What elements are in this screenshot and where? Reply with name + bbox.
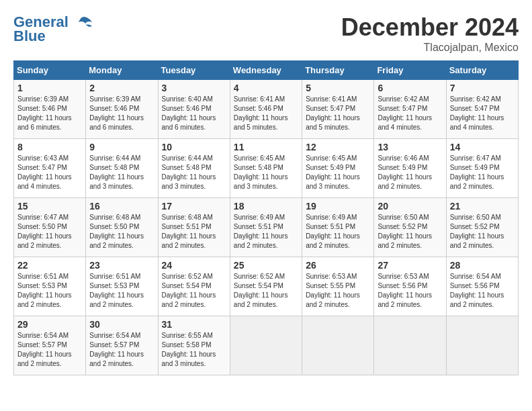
day-info: Sunrise: 6:42 AMSunset: 5:47 PMDaylight:… [450,95,515,132]
calendar-cell: 6 Sunrise: 6:42 AMSunset: 5:47 PMDayligh… [374,80,446,139]
day-number: 25 [234,260,298,271]
calendar-cell: 29 Sunrise: 6:54 AMSunset: 5:57 PMDaylig… [14,316,86,375]
day-number: 13 [378,142,442,152]
day-info: Sunrise: 6:54 AMSunset: 5:56 PMDaylight:… [450,272,515,310]
calendar-cell: 28 Sunrise: 6:54 AMSunset: 5:56 PMDaylig… [446,257,518,316]
location: Tlacojalpan, Mexico [341,42,519,54]
day-info: Sunrise: 6:45 AMSunset: 5:49 PMDaylight:… [306,154,370,191]
day-info: Sunrise: 6:44 AMSunset: 5:48 PMDaylight:… [89,154,154,191]
calendar-cell: 17 Sunrise: 6:48 AMSunset: 5:51 PMDaylig… [158,198,230,257]
calendar-table: SundayMondayTuesdayWednesdayThursdayFrid… [13,60,519,375]
day-number: 24 [162,260,226,271]
day-number: 3 [162,83,226,93]
calendar-week-row: 15 Sunrise: 6:47 AMSunset: 5:50 PMDaylig… [14,198,519,257]
logo: General Blue [13,13,93,45]
day-info: Sunrise: 6:51 AMSunset: 5:53 PMDaylight:… [89,272,154,310]
day-info: Sunrise: 6:41 AMSunset: 5:47 PMDaylight:… [306,95,370,132]
day-info: Sunrise: 6:53 AMSunset: 5:56 PMDaylight:… [378,272,442,310]
page-header: General Blue December 2024 Tlacojalpan, … [13,13,519,54]
calendar-cell: 18 Sunrise: 6:49 AMSunset: 5:51 PMDaylig… [230,198,302,257]
day-info: Sunrise: 6:43 AMSunset: 5:47 PMDaylight:… [17,154,82,191]
day-number: 22 [17,260,82,271]
calendar-cell: 13 Sunrise: 6:46 AMSunset: 5:49 PMDaylig… [374,139,446,198]
calendar-week-row: 29 Sunrise: 6:54 AMSunset: 5:57 PMDaylig… [14,316,519,375]
day-number: 9 [89,142,154,152]
day-number: 7 [450,83,515,93]
title-area: December 2024 Tlacojalpan, Mexico [341,13,519,54]
day-info: Sunrise: 6:41 AMSunset: 5:46 PMDaylight:… [234,95,298,132]
day-number: 12 [306,142,370,152]
calendar-cell: 27 Sunrise: 6:53 AMSunset: 5:56 PMDaylig… [374,257,446,316]
day-number: 20 [378,201,442,212]
day-number: 19 [306,201,370,212]
day-info: Sunrise: 6:48 AMSunset: 5:50 PMDaylight:… [89,213,154,250]
day-number: 23 [89,260,154,271]
weekday-header: Tuesday [158,61,230,80]
day-info: Sunrise: 6:45 AMSunset: 5:48 PMDaylight:… [234,154,298,191]
calendar-header-row: SundayMondayTuesdayWednesdayThursdayFrid… [14,61,519,80]
day-info: Sunrise: 6:44 AMSunset: 5:48 PMDaylight:… [162,154,226,191]
weekday-header: Monday [86,61,158,80]
day-number: 17 [162,201,226,212]
day-number: 5 [306,83,370,93]
day-number: 31 [162,319,226,330]
calendar-cell: 5 Sunrise: 6:41 AMSunset: 5:47 PMDayligh… [302,80,374,139]
day-number: 11 [234,142,298,152]
day-number: 21 [450,201,515,212]
calendar-cell [302,316,374,375]
day-info: Sunrise: 6:39 AMSunset: 5:46 PMDaylight:… [17,95,82,132]
day-number: 18 [234,201,298,212]
day-info: Sunrise: 6:53 AMSunset: 5:55 PMDaylight:… [306,272,370,310]
day-number: 30 [89,319,154,330]
weekday-header: Wednesday [230,61,302,80]
calendar-cell: 14 Sunrise: 6:47 AMSunset: 5:49 PMDaylig… [446,139,518,198]
day-number: 15 [17,201,82,212]
calendar-week-row: 1 Sunrise: 6:39 AMSunset: 5:46 PMDayligh… [14,80,519,139]
calendar-cell: 24 Sunrise: 6:52 AMSunset: 5:54 PMDaylig… [158,257,230,316]
day-info: Sunrise: 6:49 AMSunset: 5:51 PMDaylight:… [234,213,298,250]
day-number: 29 [17,319,82,330]
calendar-cell: 26 Sunrise: 6:53 AMSunset: 5:55 PMDaylig… [302,257,374,316]
weekday-header: Saturday [446,61,518,80]
day-info: Sunrise: 6:46 AMSunset: 5:49 PMDaylight:… [378,154,442,191]
day-number: 10 [162,142,226,152]
logo-bird-icon [75,15,93,30]
calendar-cell: 4 Sunrise: 6:41 AMSunset: 5:46 PMDayligh… [230,80,302,139]
day-number: 1 [17,83,82,93]
day-number: 8 [17,142,82,152]
calendar-cell: 2 Sunrise: 6:39 AMSunset: 5:46 PMDayligh… [86,80,158,139]
calendar-cell: 11 Sunrise: 6:45 AMSunset: 5:48 PMDaylig… [230,139,302,198]
weekday-header: Friday [374,61,446,80]
day-info: Sunrise: 6:54 AMSunset: 5:57 PMDaylight:… [17,331,82,369]
calendar-week-row: 22 Sunrise: 6:51 AMSunset: 5:53 PMDaylig… [14,257,519,316]
calendar-cell: 30 Sunrise: 6:54 AMSunset: 5:57 PMDaylig… [86,316,158,375]
calendar-cell: 12 Sunrise: 6:45 AMSunset: 5:49 PMDaylig… [302,139,374,198]
day-info: Sunrise: 6:50 AMSunset: 5:52 PMDaylight:… [378,213,442,250]
day-info: Sunrise: 6:52 AMSunset: 5:54 PMDaylight:… [234,272,298,310]
day-info: Sunrise: 6:55 AMSunset: 5:58 PMDaylight:… [162,331,226,369]
day-info: Sunrise: 6:47 AMSunset: 5:49 PMDaylight:… [450,154,515,191]
calendar-cell: 15 Sunrise: 6:47 AMSunset: 5:50 PMDaylig… [14,198,86,257]
day-number: 28 [450,260,515,271]
day-info: Sunrise: 6:49 AMSunset: 5:51 PMDaylight:… [306,213,370,250]
day-info: Sunrise: 6:48 AMSunset: 5:51 PMDaylight:… [162,213,226,250]
calendar-cell: 21 Sunrise: 6:50 AMSunset: 5:52 PMDaylig… [446,198,518,257]
day-number: 26 [306,260,370,271]
month-title: December 2024 [341,13,519,42]
day-number: 27 [378,260,442,271]
day-info: Sunrise: 6:40 AMSunset: 5:46 PMDaylight:… [162,95,226,132]
day-number: 16 [89,201,154,212]
day-info: Sunrise: 6:47 AMSunset: 5:50 PMDaylight:… [17,213,82,250]
calendar-cell: 31 Sunrise: 6:55 AMSunset: 5:58 PMDaylig… [158,316,230,375]
calendar-cell: 1 Sunrise: 6:39 AMSunset: 5:46 PMDayligh… [14,80,86,139]
calendar-cell: 8 Sunrise: 6:43 AMSunset: 5:47 PMDayligh… [14,139,86,198]
calendar-cell: 22 Sunrise: 6:51 AMSunset: 5:53 PMDaylig… [14,257,86,316]
calendar-cell: 25 Sunrise: 6:52 AMSunset: 5:54 PMDaylig… [230,257,302,316]
day-info: Sunrise: 6:51 AMSunset: 5:53 PMDaylight:… [17,272,82,310]
day-info: Sunrise: 6:54 AMSunset: 5:57 PMDaylight:… [89,331,154,369]
calendar-cell: 23 Sunrise: 6:51 AMSunset: 5:53 PMDaylig… [86,257,158,316]
day-info: Sunrise: 6:42 AMSunset: 5:47 PMDaylight:… [378,95,442,132]
weekday-header: Thursday [302,61,374,80]
day-info: Sunrise: 6:52 AMSunset: 5:54 PMDaylight:… [162,272,226,310]
calendar-cell [446,316,518,375]
